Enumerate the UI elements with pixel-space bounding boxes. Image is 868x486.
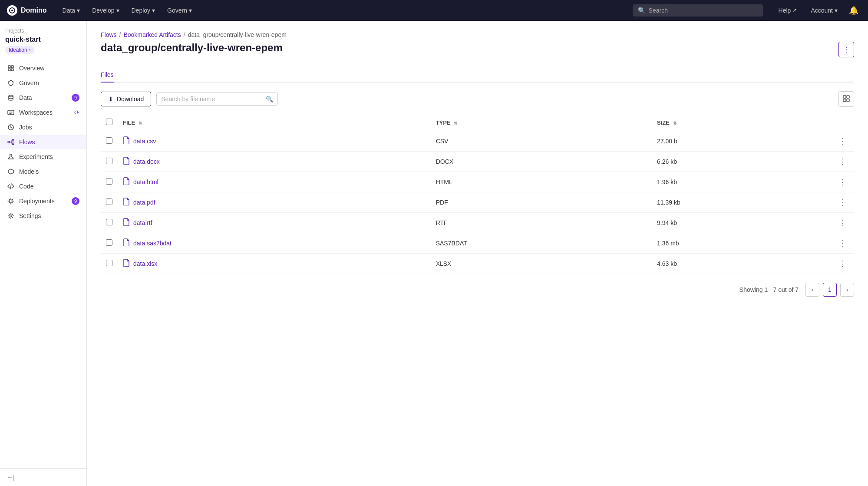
- size-column-header[interactable]: SIZE ⇅: [652, 114, 831, 131]
- table-row: data.sas7bdat SAS7BDAT 1.36 mb ⋮: [101, 233, 854, 254]
- toolbar: ⬇ Download 🔍: [101, 91, 854, 107]
- row-menu-button-6[interactable]: ⋮: [836, 258, 849, 269]
- row-menu-cell-1: ⋮: [831, 152, 854, 172]
- download-button[interactable]: ⬇ Download: [101, 92, 151, 106]
- page-menu-button[interactable]: ⋮: [838, 42, 854, 57]
- svg-rect-5: [11, 69, 13, 71]
- sidebar-item-govern[interactable]: Govern: [0, 76, 86, 90]
- breadcrumb-bookmarked[interactable]: Bookmarked Artifacts: [123, 31, 181, 38]
- type-column-header[interactable]: TYPE ⇅: [431, 114, 652, 131]
- row-checkbox-cell: [101, 152, 118, 172]
- file-name-link[interactable]: data.sas7bdat: [133, 240, 172, 247]
- external-link-icon: ↗: [792, 7, 797, 13]
- row-type-cell-3: PDF: [431, 192, 652, 213]
- row-checkbox-cell: [101, 172, 118, 192]
- help-label: Help: [779, 7, 791, 14]
- select-all-header: [101, 114, 118, 131]
- pagination-prev[interactable]: ‹: [805, 283, 819, 297]
- project-badge[interactable]: Ideation ›: [5, 46, 34, 54]
- row-checkbox-4[interactable]: [106, 219, 112, 225]
- breadcrumb: Flows / Bookmarked Artifacts / data_grou…: [101, 31, 854, 38]
- file-name-link[interactable]: data.xlsx: [133, 260, 157, 267]
- files-table: FILE ⇅ TYPE ⇅ SIZE ⇅: [101, 114, 854, 274]
- file-doc-icon: [123, 177, 130, 187]
- table-row: data.xlsx XLSX 4.63 kb ⋮: [101, 254, 854, 274]
- row-checkbox-0[interactable]: [106, 137, 112, 144]
- sidebar-item-models[interactable]: Models: [0, 164, 86, 179]
- row-size-cell-1: 6.26 kb: [652, 152, 831, 172]
- nav-data[interactable]: Data ▾: [57, 4, 86, 17]
- project-name: quick-start: [5, 36, 81, 43]
- tab-files-label: Files: [101, 71, 114, 78]
- pagination-current-page[interactable]: 1: [823, 283, 837, 297]
- table-row: data.docx DOCX 6.26 kb ⋮: [101, 152, 854, 172]
- row-checkbox-5[interactable]: [106, 239, 112, 246]
- breadcrumb-flows[interactable]: Flows: [101, 31, 117, 38]
- nav-develop-label: Develop: [92, 7, 114, 14]
- file-name-link[interactable]: data.html: [133, 179, 158, 185]
- help-button[interactable]: Help ↗: [773, 4, 802, 17]
- table-row: data.html HTML 1.96 kb ⋮: [101, 172, 854, 192]
- sidebar-item-experiments[interactable]: Experiments: [0, 149, 86, 164]
- sidebar-item-workspaces[interactable]: Workspaces ⟳: [0, 105, 86, 120]
- global-search-box[interactable]: 🔍: [633, 4, 763, 17]
- account-button[interactable]: Account ▾: [805, 4, 843, 17]
- code-icon: [7, 182, 15, 190]
- nav-deploy[interactable]: Deploy ▾: [126, 4, 161, 17]
- row-checkbox-1[interactable]: [106, 158, 112, 164]
- file-search-input[interactable]: [161, 96, 262, 102]
- jobs-icon: [7, 123, 15, 131]
- row-menu-button-1[interactable]: ⋮: [836, 156, 849, 167]
- row-size-cell-4: 9.94 kb: [652, 213, 831, 233]
- nav-develop[interactable]: Develop ▾: [87, 4, 124, 17]
- flows-icon: [7, 138, 15, 146]
- global-search-input[interactable]: [649, 7, 758, 14]
- data-badge: 9: [72, 94, 79, 102]
- file-search-box[interactable]: 🔍: [156, 93, 278, 106]
- file-search-icon[interactable]: 🔍: [266, 96, 273, 102]
- overview-label: Overview: [19, 65, 44, 72]
- file-name-link[interactable]: data.pdf: [133, 199, 155, 206]
- pagination-next[interactable]: ›: [840, 283, 854, 297]
- page-header: data_group/centrally-live-wren-epem ⋮: [101, 42, 854, 57]
- sidebar-item-settings[interactable]: Settings: [0, 208, 86, 223]
- row-size-cell-3: 11.39 kb: [652, 192, 831, 213]
- experiments-icon: [7, 153, 15, 161]
- tabs: Files: [101, 68, 854, 83]
- sidebar-item-deployments[interactable]: Deployments 9: [0, 194, 86, 208]
- file-name-link[interactable]: data.docx: [133, 158, 160, 165]
- row-checkbox-cell: [101, 254, 118, 274]
- row-checkbox-3[interactable]: [106, 198, 112, 205]
- select-all-checkbox[interactable]: [106, 119, 112, 125]
- sidebar-item-overview[interactable]: Overview: [0, 61, 86, 76]
- file-column-header[interactable]: FILE ⇅: [118, 114, 431, 131]
- notifications-bell[interactable]: 🔔: [846, 3, 861, 18]
- tab-files[interactable]: Files: [101, 68, 114, 83]
- file-name-link[interactable]: data.csv: [133, 138, 156, 145]
- sidebar-item-code[interactable]: Code: [0, 179, 86, 194]
- row-name-cell-2: data.html: [118, 172, 431, 192]
- nav-govern-chevron: ▾: [189, 7, 192, 14]
- row-menu-button-2[interactable]: ⋮: [836, 177, 849, 187]
- row-menu-button-0[interactable]: ⋮: [836, 136, 849, 146]
- pagination-info: Showing 1 - 7 out of 7: [739, 286, 799, 293]
- svg-rect-2: [8, 66, 10, 68]
- row-checkbox-2[interactable]: [106, 178, 112, 185]
- file-name-link[interactable]: data.rtf: [133, 219, 152, 226]
- row-size-cell-6: 4.63 kb: [652, 254, 831, 274]
- svg-rect-17: [843, 99, 846, 102]
- file-doc-icon: [123, 136, 130, 146]
- row-checkbox-6[interactable]: [106, 260, 112, 266]
- row-menu-button-3[interactable]: ⋮: [836, 197, 849, 208]
- grid-view-button[interactable]: [838, 91, 854, 107]
- row-menu-button-4[interactable]: ⋮: [836, 218, 849, 228]
- sidebar-item-flows[interactable]: Flows: [0, 135, 86, 149]
- row-menu-button-5[interactable]: ⋮: [836, 238, 849, 248]
- logo[interactable]: Domino: [7, 5, 47, 16]
- sidebar-item-data[interactable]: Data 9: [0, 90, 86, 105]
- workspaces-label: Workspaces: [19, 109, 53, 116]
- row-name-cell-4: data.rtf: [118, 213, 431, 233]
- logo-text: Domino: [21, 7, 47, 14]
- sidebar-item-jobs[interactable]: Jobs: [0, 120, 86, 135]
- nav-govern[interactable]: Govern ▾: [162, 4, 197, 17]
